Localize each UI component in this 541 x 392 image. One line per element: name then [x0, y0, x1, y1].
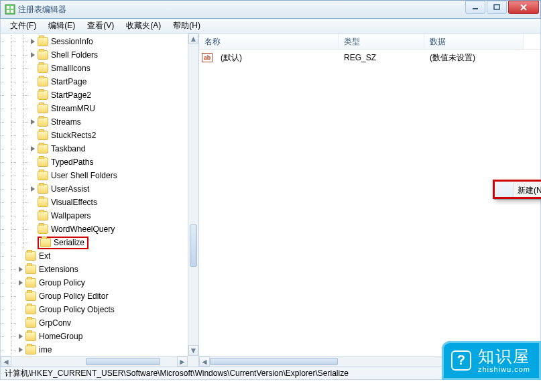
- tree-node[interactable]: User Shell Folders: [1, 169, 120, 182]
- tree-node[interactable]: StuckRects2: [1, 129, 120, 142]
- folder-icon: [25, 345, 36, 354]
- expand-icon[interactable]: [29, 119, 36, 126]
- expand-icon[interactable]: [17, 333, 24, 340]
- minimize-button[interactable]: [465, 1, 485, 14]
- tree-node[interactable]: WordWheelQuery: [1, 222, 120, 236]
- tree-node[interactable]: Ext: [1, 249, 120, 263]
- expand-icon[interactable]: [17, 279, 24, 287]
- tree-node[interactable]: Streams: [1, 115, 120, 129]
- column-header[interactable]: 名称: [199, 34, 339, 49]
- tree-node[interactable]: UserAssist: [1, 182, 120, 196]
- folder-icon: [38, 131, 48, 140]
- folder-icon: [38, 90, 48, 100]
- tree-twisty-empty: [17, 320, 24, 327]
- expand-icon[interactable]: [17, 346, 24, 354]
- tree-node[interactable]: Group Policy: [1, 276, 120, 289]
- value-name: (默认): [215, 52, 339, 64]
- tree-node[interactable]: SmallIcons: [1, 62, 120, 75]
- column-header[interactable]: 数据: [424, 34, 524, 49]
- list-row[interactable]: ab(默认)REG_SZ(数值未设置): [199, 51, 540, 64]
- scroll-left-button[interactable]: ◄: [1, 356, 11, 367]
- scroll-up-button[interactable]: ▲: [188, 34, 198, 44]
- tree-node[interactable]: Shell Folders: [1, 48, 120, 62]
- tree-node-label: UserAssist: [51, 184, 89, 194]
- context-menu-item[interactable]: 新建(N): [496, 183, 541, 198]
- tree-node[interactable]: SessionInfo: [1, 35, 120, 48]
- svg-rect-3: [7, 10, 9, 13]
- folder-icon: [38, 211, 48, 220]
- list-body[interactable]: ab(默认)REG_SZ(数值未设置): [199, 50, 540, 64]
- app-icon: [5, 4, 15, 15]
- tree-node-label: GrpConv: [39, 318, 71, 328]
- close-button[interactable]: [508, 1, 539, 14]
- tree-horizontal-scrollbar[interactable]: ◄ ►: [1, 356, 188, 367]
- tree-node[interactable]: StartPage2: [1, 88, 120, 102]
- tree-node[interactable]: Extensions: [1, 263, 120, 276]
- tree-node[interactable]: Taskband: [1, 142, 120, 155]
- tree-node-label: Taskband: [51, 144, 85, 153]
- tree-node[interactable]: GrpConv: [1, 316, 120, 330]
- tree-node[interactable]: TypedPaths: [1, 155, 120, 169]
- folder-icon: [25, 291, 36, 301]
- tree-node-label: SmallIcons: [51, 64, 91, 73]
- tree-node-label: User Shell Folders: [51, 171, 117, 180]
- watermark-title: 知识屋: [478, 348, 530, 365]
- expand-icon[interactable]: [29, 52, 36, 59]
- folder-icon: [38, 104, 48, 113]
- tree-node[interactable]: HomeGroup: [1, 330, 120, 343]
- folder-icon: [38, 50, 48, 60]
- tree-node[interactable]: Group Policy Objects: [1, 303, 120, 316]
- tree-node-label: StartPage: [51, 77, 86, 86]
- tree-twisty-empty: [29, 239, 36, 247]
- tree-twisty-empty: [29, 199, 36, 206]
- menu-item[interactable]: 查看(V): [82, 19, 119, 33]
- expand-icon[interactable]: [29, 145, 36, 153]
- context-menu[interactable]: 新建(N): [494, 181, 541, 200]
- expand-icon[interactable]: [17, 266, 24, 273]
- tree-node[interactable]: ime: [1, 343, 120, 356]
- tree-twisty-empty: [17, 253, 24, 260]
- window-title: 注册表编辑器: [18, 4, 66, 15]
- scroll-right-button[interactable]: ►: [177, 356, 188, 367]
- tree-node-label: HomeGroup: [39, 332, 82, 341]
- expand-icon[interactable]: [29, 38, 36, 46]
- tree-node[interactable]: StreamMRU: [1, 102, 120, 115]
- menu-item[interactable]: 编辑(E): [43, 19, 80, 33]
- column-header[interactable]: 类型: [339, 34, 424, 49]
- svg-rect-6: [494, 5, 499, 9]
- tree-twisty-empty: [29, 105, 36, 113]
- tree-twisty-empty: [29, 65, 36, 72]
- tree-vertical-scrollbar[interactable]: ▲ ▼: [188, 34, 198, 356]
- scroll-left-button[interactable]: ◄: [199, 356, 210, 367]
- menu-item[interactable]: 收藏夹(A): [121, 19, 166, 33]
- value-data: (数值未设置): [424, 52, 524, 64]
- tree-node-label: VisualEffects: [51, 198, 97, 207]
- tree-node[interactable]: StartPage: [1, 75, 120, 88]
- menu-item[interactable]: 文件(F): [5, 19, 42, 33]
- tree-node-label: Shell Folders: [51, 50, 98, 60]
- folder-icon: [38, 184, 48, 194]
- maximize-button[interactable]: [487, 1, 507, 14]
- folder-icon: [38, 171, 48, 180]
- tree-node[interactable]: Group Policy Editor: [1, 289, 120, 303]
- tree-pane: SessionInfoShell FoldersSmallIconsStartP…: [1, 34, 199, 367]
- svg-rect-1: [7, 6, 9, 9]
- registry-tree[interactable]: SessionInfoShell FoldersSmallIconsStartP…: [1, 34, 120, 356]
- svg-rect-2: [11, 6, 13, 9]
- folder-icon: [38, 117, 48, 127]
- svg-rect-4: [11, 10, 13, 13]
- tree-node[interactable]: Wallpapers: [1, 209, 120, 222]
- folder-icon: [25, 265, 36, 274]
- list-header[interactable]: 名称类型数据: [199, 34, 540, 50]
- reg-string-icon: ab: [202, 53, 213, 62]
- menu-item[interactable]: 帮助(H): [168, 19, 206, 33]
- tree-node[interactable]: Serialize: [1, 236, 120, 249]
- scroll-down-button[interactable]: ▼: [188, 345, 198, 356]
- tree-node-label: StartPage2: [51, 90, 91, 100]
- folder-icon: [25, 251, 36, 261]
- expand-icon[interactable]: [29, 186, 36, 193]
- tree-node[interactable]: VisualEffects: [1, 196, 120, 209]
- tree-twisty-empty: [29, 212, 36, 220]
- tree-twisty-empty: [29, 159, 36, 166]
- folder-icon: [38, 157, 48, 167]
